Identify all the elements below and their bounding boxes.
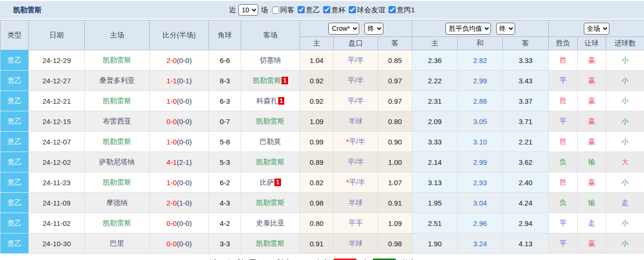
away-team-cell[interactable]: 凯勒雷斯	[241, 152, 300, 172]
filter-controls: 近 10 场 同客 意乙意杯球会友谊意丙1	[228, 4, 415, 16]
odds-home-cell: 0.91	[300, 233, 334, 254]
away-team-cell[interactable]: 比萨1	[241, 172, 300, 193]
col-header-home: 主场	[85, 20, 150, 50]
avg-away-cell: 3.62	[503, 152, 549, 172]
avg-time-select[interactable]: 终	[496, 23, 515, 35]
handicap-result-cell: 输	[578, 193, 606, 213]
home-team-cell[interactable]: 凯勒雷斯	[85, 91, 150, 111]
away-team-name[interactable]: 凯勒雷斯	[253, 76, 281, 84]
away-team-cell[interactable]: 史泰比亚	[241, 213, 300, 233]
home-team-cell[interactable]: 凯勒雷斯	[85, 132, 150, 152]
odds-company-select[interactable]: Crow*	[328, 23, 359, 35]
away-team-cell[interactable]: 凯勒雷斯	[241, 193, 300, 213]
home-team-name[interactable]: 萨勒尼塔纳	[100, 158, 135, 166]
col-header-avg-draw: 和	[458, 37, 503, 50]
handicap-cell: *平/半	[334, 132, 378, 152]
home-team-name[interactable]: 凯勒雷斯	[103, 137, 131, 145]
score-cell: 0-0(0-0)	[150, 233, 209, 254]
same-away-checkbox[interactable]	[272, 7, 279, 14]
handicap-result-cell: 赢	[578, 71, 606, 91]
avg-type-select[interactable]: 胜平负均值	[445, 23, 491, 35]
home-team-cell[interactable]: 布雷西亚	[85, 111, 150, 132]
avg-draw-cell: 2.99	[458, 71, 503, 91]
avg-home-cell: 2.51	[412, 213, 458, 233]
league-cell: 意乙	[0, 132, 29, 152]
league-cell: 意乙	[0, 91, 29, 111]
away-team-name[interactable]: 巴勒莫	[260, 137, 281, 145]
home-team-name[interactable]: 布雷西亚	[103, 117, 131, 125]
away-team-cell[interactable]: 凯勒雷斯	[241, 111, 300, 132]
home-team-name[interactable]: 凯勒雷斯	[103, 56, 131, 64]
odds-away-cell: 0.80	[378, 111, 412, 132]
home-team-name[interactable]: 摩德纳	[107, 198, 128, 206]
table-row: 意乙24-12-21凯勒雷斯1-0(0-0)6-3科森扎10.92平/半0.97…	[0, 91, 644, 111]
home-team-name[interactable]: 桑普多利亚	[100, 76, 135, 84]
odds-home-cell: 0.92	[300, 71, 334, 91]
avg-draw-cell: 2.82	[458, 50, 503, 71]
handicap-value: 半球	[349, 198, 363, 206]
odds-home-cell: 0.98	[300, 193, 334, 213]
away-team-name[interactable]: 史泰比亚	[256, 219, 285, 227]
league-filter-checkbox[interactable]	[349, 6, 356, 13]
handicap-result-cell: 赢	[578, 233, 606, 254]
home-team-cell[interactable]: 巴里	[85, 233, 150, 254]
home-team-cell[interactable]: 摩德纳	[85, 193, 150, 213]
matches-label: 场	[261, 6, 268, 15]
away-team-cell[interactable]: 切塞纳	[241, 50, 300, 71]
league-filter-checkbox[interactable]	[389, 6, 396, 13]
away-team-name[interactable]: 凯勒雷斯	[256, 239, 285, 247]
home-team-name[interactable]: 凯勒雷斯	[103, 97, 131, 105]
corner-cell: 5-3	[209, 152, 241, 172]
halftime-score: (0-0)	[177, 138, 192, 146]
avg-draw-cell: 3.04	[458, 193, 503, 213]
home-team-cell[interactable]: 桑普多利亚	[85, 71, 150, 91]
away-team-name[interactable]: 凯勒雷斯	[256, 158, 285, 166]
home-team-cell[interactable]: 萨勒尼塔纳	[85, 152, 150, 172]
table-row: 意乙24-12-02萨勒尼塔纳4-1(2-1)5-3凯勒雷斯0.89平/半1.0…	[0, 152, 644, 172]
away-team-cell[interactable]: 凯勒雷斯1	[241, 71, 300, 91]
halftime-score: (0-1)	[177, 77, 192, 85]
home-team-cell[interactable]: 凯勒雷斯	[85, 172, 150, 193]
away-team-cell[interactable]: 巴勒莫	[241, 132, 300, 152]
away-team-name[interactable]: 凯勒雷斯	[256, 198, 285, 206]
handicap-cell: 平手	[334, 213, 378, 233]
home-team-cell[interactable]: 凯勒雷斯	[85, 213, 150, 233]
col-header-date: 日期	[29, 20, 85, 50]
score-cell: 1-1(0-1)	[150, 71, 209, 91]
handicap-result-cell: 赢	[578, 132, 606, 152]
goals-result-cell: 小	[606, 132, 644, 152]
away-team-name[interactable]: 科森扎	[256, 97, 278, 105]
away-team-name[interactable]: 凯勒雷斯	[256, 117, 285, 125]
match-table-body: 意乙24-12-29凯勒雷斯2-0(0-0)6-6切塞纳1.04平/半0.852…	[0, 50, 644, 254]
result-cell: 胜	[549, 172, 578, 193]
home-team-cell[interactable]: 凯勒雷斯	[85, 50, 150, 71]
avg-home-cell: 3.13	[412, 172, 458, 193]
away-team-name[interactable]: 比萨	[260, 178, 274, 186]
odds-away-cell: 0.90	[378, 132, 412, 152]
avg-home-cell: 1.90	[412, 233, 458, 254]
handicap-result-cell: 赢	[578, 50, 606, 71]
odds-time-select[interactable]: 终	[364, 23, 383, 35]
odds-home-cell: 1.09	[300, 111, 334, 132]
corner-cell: 3-3	[209, 233, 241, 254]
home-team-name[interactable]: 巴里	[110, 239, 124, 247]
recent-count-select[interactable]: 10	[238, 4, 258, 16]
score-cell: 2-0(1-0)	[150, 193, 209, 213]
away-team-cell[interactable]: 科森扎1	[241, 91, 300, 111]
away-team-name[interactable]: 切塞纳	[260, 56, 281, 64]
league-filter-checkbox[interactable]	[298, 6, 305, 13]
avg-draw-cell: 3.05	[458, 111, 503, 132]
result-cell: 平	[549, 233, 578, 254]
home-team-name[interactable]: 凯勒雷斯	[103, 178, 131, 186]
scope-select[interactable]: 全场	[584, 23, 609, 35]
handicap-result-cell: 输	[578, 152, 606, 172]
handicap-cell: 平/半	[334, 152, 378, 172]
big-badge: 10%	[373, 259, 396, 260]
home-team-name[interactable]: 凯勒雷斯	[103, 219, 131, 227]
league-filter-checkbox[interactable]	[323, 6, 330, 13]
fulltime-score: 4-1	[166, 158, 177, 166]
fulltime-score: 1-0	[166, 97, 177, 105]
score-cell: 2-0(0-0)	[150, 50, 209, 71]
fulltime-score: 2-0	[166, 56, 177, 64]
away-team-cell[interactable]: 凯勒雷斯	[241, 233, 300, 254]
